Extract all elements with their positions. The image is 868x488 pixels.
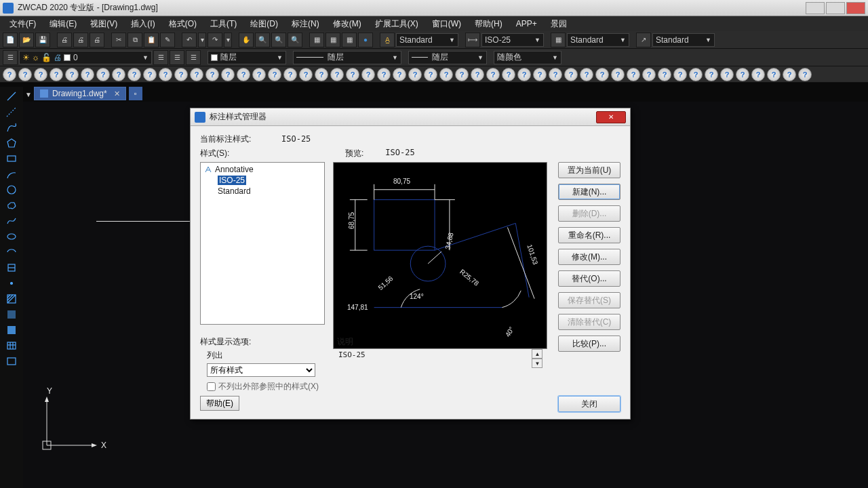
help-bubble-icon[interactable]: ? xyxy=(783,68,796,81)
delete-button[interactable]: 删除(D)... xyxy=(558,205,620,222)
help-bubble-icon[interactable]: ? xyxy=(174,68,188,81)
set-current-button[interactable]: 置为当前(U) xyxy=(558,162,620,178)
menu-help[interactable]: 帮助(H) xyxy=(468,16,509,32)
polygon-icon[interactable] xyxy=(5,136,18,150)
help-bubble-icon[interactable]: ? xyxy=(112,68,125,81)
design-center-icon[interactable]: ▦ xyxy=(326,33,340,47)
help-bubble-icon[interactable]: ? xyxy=(720,68,734,81)
rectangle-icon[interactable] xyxy=(5,152,18,165)
help-bubble-icon[interactable]: ? xyxy=(767,68,781,81)
paste-icon[interactable]: 📋 xyxy=(144,33,159,47)
properties-icon[interactable]: ▦ xyxy=(309,33,324,47)
help-bubble-icon[interactable]: ? xyxy=(346,68,359,81)
layer-manager-icon[interactable]: ☰ xyxy=(3,50,18,65)
polyline-icon[interactable] xyxy=(5,121,18,134)
help-bubble-icon[interactable]: ? xyxy=(564,68,578,81)
help-bubble-icon[interactable]: ? xyxy=(471,68,484,81)
arc-icon[interactable] xyxy=(5,167,18,181)
help-icon[interactable]: ● xyxy=(358,33,373,47)
maximize-button[interactable] xyxy=(826,2,845,14)
help-bubble-icon[interactable]: ? xyxy=(705,68,718,81)
rename-button[interactable]: 重命名(R)... xyxy=(558,227,620,243)
tablestyle-dropdown[interactable]: Standard▼ xyxy=(567,33,629,47)
close-dialog-button[interactable]: 关闭 xyxy=(558,396,620,412)
style-item-standard[interactable]: Standard xyxy=(202,186,323,197)
help-bubble-icon[interactable]: ? xyxy=(18,68,32,81)
print-preview-icon[interactable]: 🖨 xyxy=(73,33,88,47)
style-item-iso25[interactable]: ISO-25 xyxy=(202,175,323,186)
help-bubble-icon[interactable]: ? xyxy=(486,68,500,81)
help-bubble-icon[interactable]: ? xyxy=(221,68,235,81)
tablestyle-icon[interactable]: ▦ xyxy=(551,33,566,47)
modify-button[interactable]: 修改(M)... xyxy=(558,249,620,265)
match-icon[interactable]: ✎ xyxy=(160,33,175,47)
copy-icon[interactable]: ⧉ xyxy=(127,33,142,47)
undo-icon[interactable]: ↶ xyxy=(182,33,197,47)
table-icon[interactable] xyxy=(5,339,18,352)
point-icon[interactable] xyxy=(5,277,18,290)
hatch-icon[interactable] xyxy=(5,292,18,306)
help-bubble-icon[interactable]: ? xyxy=(315,68,328,81)
help-bubble-icon[interactable]: ? xyxy=(34,68,47,81)
description-scroll[interactable]: ▲▼ xyxy=(532,349,542,368)
textstyle-dropdown[interactable]: Standard▼ xyxy=(396,33,458,47)
ellipse-arc-icon[interactable] xyxy=(5,245,18,259)
menu-app[interactable]: APP+ xyxy=(509,17,544,30)
help-bubble-icon[interactable]: ? xyxy=(642,68,656,81)
compare-button[interactable]: 比较(P)... xyxy=(558,336,620,352)
help-bubble-icon[interactable]: ? xyxy=(611,68,625,81)
menu-insert[interactable]: 插入(I) xyxy=(124,16,161,32)
mlstyle-dropdown[interactable]: Standard▼ xyxy=(652,33,715,47)
exclude-xref-checkbox[interactable]: 不列出外部参照中的样式(X) xyxy=(207,381,336,392)
layer-prev-icon[interactable]: ☰ xyxy=(153,50,168,65)
help-bubble-icon[interactable]: ? xyxy=(190,68,203,81)
new-tab-button[interactable]: ▫ xyxy=(129,87,142,100)
styles-listbox[interactable]: Annotative ISO-25 Standard xyxy=(200,162,325,325)
menu-extend[interactable]: 扩展工具(X) xyxy=(368,16,425,32)
help-bubble-icon[interactable]: ? xyxy=(127,68,141,81)
redo-dropdown-icon[interactable]: ▾ xyxy=(224,33,232,47)
menu-modify[interactable]: 修改(M) xyxy=(326,16,368,32)
tab-collapse-icon[interactable]: ▼ xyxy=(23,87,34,102)
layer-dropdown[interactable]: ☀☼🔓🖨 0▼ xyxy=(19,51,152,64)
text-icon[interactable] xyxy=(5,354,18,368)
help-bubble-icon[interactable]: ? xyxy=(424,68,437,81)
save-icon[interactable]: 💾 xyxy=(35,33,50,47)
plotstyle-dropdown[interactable]: 随颜色▼ xyxy=(494,51,561,64)
help-bubble-icon[interactable]: ? xyxy=(50,68,63,81)
help-bubble-icon[interactable]: ? xyxy=(455,68,469,81)
help-bubble-icon[interactable]: ? xyxy=(268,68,281,81)
pan-icon[interactable]: ✋ xyxy=(239,33,254,47)
save-override-button[interactable]: 保存替代(S) xyxy=(558,292,620,308)
help-bubble-icon[interactable]: ? xyxy=(205,68,219,81)
line-icon[interactable] xyxy=(5,89,18,103)
menu-window[interactable]: 窗口(W) xyxy=(425,16,468,32)
help-bubble-icon[interactable]: ? xyxy=(96,68,110,81)
linetype-dropdown[interactable]: 随层▼ xyxy=(293,51,401,64)
zoom-previous-icon[interactable]: 🔍 xyxy=(288,33,302,47)
redo-icon[interactable]: ↷ xyxy=(208,33,222,47)
help-bubble-icon[interactable]: ? xyxy=(299,68,313,81)
insert-block-icon[interactable] xyxy=(5,261,18,274)
help-bubble-icon[interactable]: ? xyxy=(361,68,375,81)
layer-iso-icon[interactable]: ☰ xyxy=(186,50,201,65)
menu-format[interactable]: 格式(O) xyxy=(162,16,203,32)
ellipse-icon[interactable] xyxy=(5,230,18,243)
help-bubble-icon[interactable]: ? xyxy=(439,68,453,81)
region-icon[interactable] xyxy=(5,323,18,337)
new-icon[interactable]: 📄 xyxy=(3,33,18,47)
help-bubble-icon[interactable]: ? xyxy=(595,68,609,81)
list-filter-dropdown[interactable]: 所有样式 xyxy=(207,363,315,377)
help-bubble-icon[interactable]: ? xyxy=(377,68,391,81)
help-bubble-icon[interactable]: ? xyxy=(736,68,749,81)
help-bubble-icon[interactable]: ? xyxy=(283,68,297,81)
layer-states-icon[interactable]: ☰ xyxy=(170,50,184,65)
menu-draw[interactable]: 绘图(D) xyxy=(243,16,285,32)
help-bubble-icon[interactable]: ? xyxy=(627,68,640,81)
mlstyle-icon[interactable]: ↗ xyxy=(636,33,651,47)
menu-tools[interactable]: 工具(T) xyxy=(203,16,243,32)
help-bubble-icon[interactable]: ? xyxy=(3,68,16,81)
circle-icon[interactable] xyxy=(5,183,18,197)
help-bubble-icon[interactable]: ? xyxy=(658,68,671,81)
spline-icon[interactable] xyxy=(5,214,18,228)
